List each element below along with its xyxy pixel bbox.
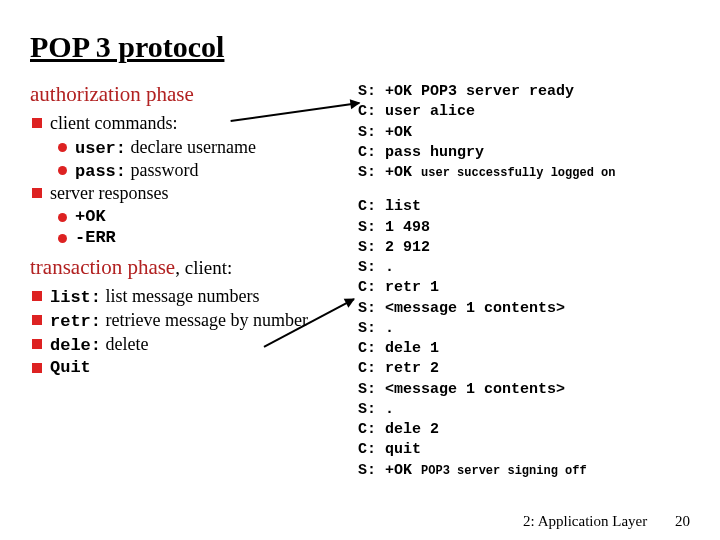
pass-cmd: pass: bbox=[75, 162, 126, 181]
session-line: C: retr 1 bbox=[358, 278, 700, 298]
session-line: S: . bbox=[358, 319, 700, 339]
session-line: C: dele 2 bbox=[358, 420, 700, 440]
server-responses-label: server responses bbox=[50, 183, 168, 204]
subhead-transaction-text: transaction phase bbox=[30, 255, 175, 279]
slide-title: POP 3 protocol bbox=[30, 30, 700, 64]
session-line: C: dele 1 bbox=[358, 339, 700, 359]
bullet-icon bbox=[32, 363, 42, 373]
list-desc: list message numbers bbox=[101, 286, 259, 306]
quit-cmd: Quit bbox=[50, 358, 91, 377]
retr-desc: retrieve message by number bbox=[101, 310, 308, 330]
subbullet-icon bbox=[58, 166, 67, 175]
session-line: S: +OK POP3 server signing off bbox=[358, 461, 700, 481]
session-line: C: list bbox=[358, 197, 700, 217]
right-column: S: +OK POP3 server readyC: user aliceS: … bbox=[358, 82, 700, 495]
user-desc: declare username bbox=[126, 137, 256, 157]
ok-resp: +OK bbox=[75, 207, 106, 226]
session-line: S: <message 1 contents> bbox=[358, 299, 700, 319]
session-block-2: C: listS: 1 498S: 2 912S: .C: retr 1S: <… bbox=[358, 197, 700, 481]
session-line: C: retr 2 bbox=[358, 359, 700, 379]
session-line: S: +OK user successfully logged on bbox=[358, 163, 700, 183]
subbullet-icon bbox=[58, 234, 67, 243]
dele-cmd: dele: bbox=[50, 336, 101, 355]
session-line: S: +OK POP3 server ready bbox=[358, 82, 700, 102]
session-line: S: 2 912 bbox=[358, 238, 700, 258]
session-line: C: pass hungry bbox=[358, 143, 700, 163]
user-cmd: user: bbox=[75, 139, 126, 158]
bullet-icon bbox=[32, 315, 42, 325]
left-column: authorization phase client commands: use… bbox=[30, 82, 340, 495]
session-line: S: +OK bbox=[358, 123, 700, 143]
pass-desc: password bbox=[126, 160, 199, 180]
dele-desc: delete bbox=[101, 334, 148, 354]
bullet-icon bbox=[32, 291, 42, 301]
subhead-authorization: authorization phase bbox=[30, 82, 340, 107]
footer: 2: Application Layer 20 bbox=[523, 513, 690, 530]
session-line: S: <message 1 contents> bbox=[358, 380, 700, 400]
session-block-1: S: +OK POP3 server readyC: user aliceS: … bbox=[358, 82, 700, 183]
bullet-icon bbox=[32, 339, 42, 349]
session-line: S: . bbox=[358, 258, 700, 278]
bullet-icon bbox=[32, 118, 42, 128]
subhead-transaction-tail: , client: bbox=[175, 257, 232, 278]
bullet-icon bbox=[32, 188, 42, 198]
client-commands-label: client commands: bbox=[50, 113, 177, 134]
list-cmd: list: bbox=[50, 288, 101, 307]
footer-text: 2: Application Layer bbox=[523, 513, 647, 529]
session-line: C: user alice bbox=[358, 102, 700, 122]
page-number: 20 bbox=[675, 513, 690, 529]
subbullet-icon bbox=[58, 213, 67, 222]
subbullet-icon bbox=[58, 143, 67, 152]
retr-cmd: retr: bbox=[50, 312, 101, 331]
session-line: S: 1 498 bbox=[358, 218, 700, 238]
subhead-transaction: transaction phase, client: bbox=[30, 255, 340, 280]
session-line: C: quit bbox=[358, 440, 700, 460]
session-line: S: . bbox=[358, 400, 700, 420]
err-resp: -ERR bbox=[75, 228, 116, 247]
